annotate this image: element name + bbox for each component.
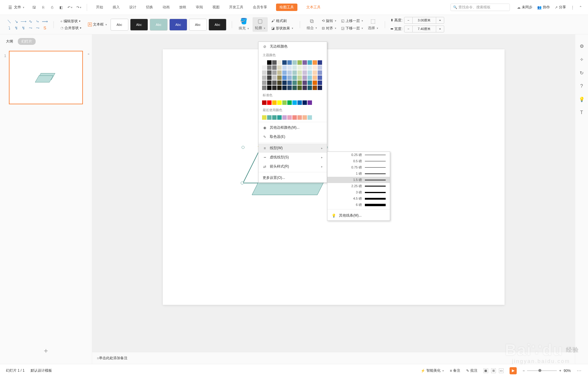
color-swatch[interactable] [297, 60, 302, 65]
color-swatch[interactable] [272, 100, 277, 105]
style-5[interactable]: Abc [189, 19, 207, 31]
rail-properties-icon[interactable]: ⚙ [580, 43, 584, 49]
tab-text-tools[interactable]: 文本工具 [306, 4, 321, 11]
color-swatch[interactable] [292, 115, 297, 120]
color-swatch[interactable] [302, 81, 307, 85]
rail-bulb-icon[interactable]: 💡 [579, 97, 585, 102]
color-swatch[interactable] [287, 70, 292, 75]
view-reading-icon[interactable]: ▭ [499, 368, 504, 373]
notes-toggle[interactable]: ≡ 备注 [450, 368, 460, 373]
style-3[interactable]: Abc [150, 19, 168, 31]
color-swatch[interactable] [308, 115, 312, 120]
eyedropper-item[interactable]: ✎取色器(E) [258, 132, 327, 141]
color-swatch[interactable] [308, 60, 312, 65]
color-swatch[interactable] [287, 115, 292, 120]
comment-toggle[interactable]: ✎ 批注 [466, 368, 477, 373]
color-swatch[interactable] [308, 81, 312, 85]
color-swatch[interactable] [292, 100, 297, 105]
theme-color-grid[interactable] [258, 59, 327, 91]
color-swatch[interactable] [282, 86, 287, 90]
color-swatch[interactable] [302, 100, 307, 105]
select-button[interactable]: 选择 [367, 25, 379, 31]
sync-status[interactable]: ☁ 未同步 [517, 5, 532, 10]
color-swatch[interactable] [308, 100, 312, 105]
more-border-colors-item[interactable]: ◉其他边框颜色(M)... [258, 123, 327, 132]
zoom-slider[interactable] [527, 370, 557, 371]
notes-area[interactable]: ≡ 单击此处添加备注 [92, 352, 575, 364]
share-button[interactable]: ↗ 分享 [555, 5, 566, 10]
color-swatch[interactable] [267, 70, 272, 75]
search-input[interactable]: 查找命令、搜索模板 [450, 4, 510, 11]
save-icon[interactable]: 🖫 [31, 5, 37, 10]
color-swatch[interactable] [297, 75, 302, 80]
color-swatch[interactable] [272, 115, 277, 120]
zoom-value[interactable]: 90% [564, 369, 571, 373]
edit-shape-button[interactable]: ⟐ 编辑形状 ▾ [59, 18, 83, 24]
format-painter-button[interactable]: 🖌 格式刷 [270, 18, 294, 24]
color-swatch[interactable] [267, 115, 272, 120]
collapse-panel-button[interactable]: « [88, 52, 89, 56]
color-swatch[interactable] [313, 86, 317, 90]
color-swatch[interactable] [318, 70, 322, 75]
print-icon[interactable]: ⎙ [49, 5, 55, 10]
tab-devtools[interactable]: 开发工具 [228, 4, 244, 11]
color-swatch[interactable] [272, 75, 277, 80]
more-lines-item[interactable]: 💡其他线条(M)... [327, 211, 390, 220]
color-swatch[interactable] [308, 65, 312, 70]
slideshow-button[interactable]: ▶ [510, 367, 517, 374]
color-swatch[interactable] [267, 100, 272, 105]
no-border-item[interactable]: ⊘无边框颜色 [258, 42, 327, 51]
weight-option[interactable]: 6 磅 [327, 202, 390, 208]
color-swatch[interactable] [302, 86, 307, 90]
color-swatch[interactable] [287, 75, 292, 80]
tab-transition[interactable]: 切换 [145, 4, 154, 11]
color-swatch[interactable] [318, 60, 322, 65]
shape-effect-button[interactable]: ◪ 形状效果 [270, 25, 294, 31]
color-swatch[interactable] [292, 70, 297, 75]
tab-slideshow[interactable]: 放映 [179, 4, 187, 11]
color-swatch[interactable] [292, 60, 297, 65]
color-swatch[interactable] [313, 81, 317, 85]
file-menu[interactable]: 文件 ▾ [6, 4, 27, 11]
weight-option[interactable]: 3 磅 [327, 189, 390, 195]
color-swatch[interactable] [297, 100, 302, 105]
redo-button[interactable]: ↷ [76, 5, 81, 10]
color-swatch[interactable] [297, 86, 302, 90]
fill-button[interactable]: 填充 [237, 25, 250, 31]
color-swatch[interactable] [287, 81, 292, 85]
bring-forward-button[interactable]: ◱ 上移一层 [340, 18, 364, 24]
color-swatch[interactable] [272, 81, 277, 85]
tab-insert[interactable]: 插入 [112, 4, 120, 11]
color-swatch[interactable] [302, 70, 307, 75]
width-stepper[interactable]: −7.40厘米+ [404, 26, 444, 32]
color-swatch[interactable] [292, 75, 297, 80]
color-swatch[interactable] [302, 115, 307, 120]
tab-drawing-tools[interactable]: 绘图工具 [276, 4, 297, 11]
color-swatch[interactable] [302, 75, 307, 80]
color-swatch[interactable] [297, 115, 302, 120]
color-swatch[interactable] [282, 81, 287, 85]
color-swatch[interactable] [277, 115, 282, 120]
color-swatch[interactable] [262, 86, 267, 90]
color-swatch[interactable] [318, 65, 322, 70]
color-swatch[interactable] [313, 65, 317, 70]
rotate-button[interactable]: ⟲ 旋转 [321, 18, 338, 24]
weight-option[interactable]: 4.5 磅 [327, 195, 390, 202]
color-swatch[interactable] [277, 75, 282, 80]
more-settings-item[interactable]: 更多设置(O)... [258, 173, 327, 182]
color-swatch[interactable] [267, 81, 272, 85]
color-swatch[interactable] [282, 60, 287, 65]
line-weight-item[interactable]: ≡线型(W)▸ [258, 143, 327, 153]
color-swatch[interactable] [277, 65, 282, 70]
collab-button[interactable]: 👥 协作 [537, 5, 550, 10]
color-swatch[interactable] [282, 65, 287, 70]
tab-review[interactable]: 审阅 [195, 4, 204, 11]
status-more-icon[interactable]: ⋯ [577, 368, 582, 373]
color-swatch[interactable] [308, 70, 312, 75]
standard-color-row[interactable] [258, 99, 327, 106]
color-swatch[interactable] [287, 60, 292, 65]
color-swatch[interactable] [287, 100, 292, 105]
tab-member[interactable]: 会员专享 [252, 4, 268, 11]
add-slide-button[interactable]: + [0, 347, 92, 355]
color-swatch[interactable] [277, 60, 282, 65]
